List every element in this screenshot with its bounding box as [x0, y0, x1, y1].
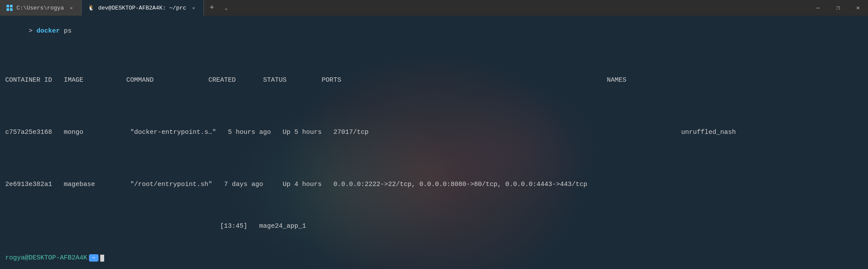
- new-tab-button[interactable]: +: [204, 0, 220, 16]
- penguin-icon: 🐧: [88, 4, 95, 11]
- row1-status: Up 5 hours: [283, 129, 322, 136]
- table-header-row: CONTAINER ID IMAGE COMMAND CREATED STATU…: [5, 75, 863, 86]
- row2-status: Up 4 hours: [283, 181, 322, 188]
- row1-created: 5 hours ago: [228, 129, 271, 136]
- tab-dev[interactable]: 🐧 dev@DESKTOP-AFB2A4K: ~/prc ✕: [82, 0, 204, 16]
- tab1-close-button[interactable]: ✕: [67, 4, 75, 12]
- row2-ports: 0.0.0.0:2222->22/tcp, 0.0.0.0:8080->80/t…: [333, 181, 587, 188]
- windows-icon: [6, 4, 13, 11]
- row1-command: "docker-entrypoint.s…": [130, 129, 216, 136]
- col-header-names: NAMES: [607, 76, 626, 84]
- tab2-label: dev@DESKTOP-AFB2A4K: ~/prc: [98, 5, 186, 11]
- row1-image: mongo: [64, 129, 83, 136]
- tab2-close-button[interactable]: ✕: [190, 4, 197, 12]
- docker-table: CONTAINER ID IMAGE COMMAND CREATED STATU…: [5, 44, 863, 252]
- table-row-2: 2e6913e382a1 magebase "/root/entrypoint.…: [5, 179, 863, 200]
- row2-container-id: 2e6913e382a1: [5, 181, 52, 188]
- col-header-image: IMAGE: [64, 76, 83, 84]
- window-controls: — ❐ ✕: [808, 0, 868, 16]
- prompt-dir-badge: ~: [89, 254, 99, 262]
- row1-ports: 27017/tcp: [333, 129, 368, 136]
- row2-image: magebase: [64, 181, 95, 188]
- title-bar: C:\Users\rogya ✕ 🐧 dev@DESKTOP-AFB2A4K: …: [0, 0, 868, 16]
- next-prompt-line: >: [5, 262, 863, 269]
- table-row-1: c757a25e3168 mongo "docker-entrypoint.s……: [5, 127, 863, 138]
- row2-names: mage24_app_1: [259, 223, 306, 230]
- command-line: > docker ps: [5, 20, 863, 42]
- row2-created: 7 days ago: [224, 181, 263, 188]
- close-button[interactable]: ✕: [848, 0, 868, 16]
- col-header-created: CREATED: [208, 76, 236, 84]
- ps-command: ps: [60, 27, 72, 35]
- cursor: [100, 255, 104, 262]
- tab-dropdown-button[interactable]: ⌄: [220, 0, 233, 16]
- row1-names: unruffled_nash: [681, 129, 736, 136]
- col-header-command: COMMAND: [126, 76, 154, 84]
- prompt-username: rogya@DESKTOP-AFB2A4K: [5, 254, 87, 262]
- row2-ports2: [13:45]: [220, 223, 247, 230]
- restore-button[interactable]: ❐: [828, 0, 848, 16]
- prompt-symbol: >: [29, 27, 36, 35]
- row2-command: "/root/entrypoint.sh": [130, 181, 212, 188]
- table-row-2-cont: [13:45] mage24_app_1: [5, 221, 863, 232]
- minimize-button[interactable]: —: [808, 0, 828, 16]
- tab1-label: C:\Users\rogya: [16, 5, 64, 11]
- prompt-line: rogya@DESKTOP-AFB2A4K ~: [5, 254, 863, 262]
- terminal-window: C:\Users\rogya ✕ 🐧 dev@DESKTOP-AFB2A4K: …: [0, 0, 868, 269]
- col-header-status: STATUS: [263, 76, 286, 84]
- tab-rogya[interactable]: C:\Users\rogya ✕: [0, 0, 82, 16]
- row1-container-id: c757a25e3168: [5, 129, 52, 136]
- docker-command: docker: [36, 27, 60, 35]
- col-header-container-id: CONTAINER ID: [5, 76, 52, 84]
- terminal-content: > docker ps CONTAINER ID IMAGE COMMAND C…: [0, 16, 868, 269]
- col-header-ports: PORTS: [322, 76, 341, 84]
